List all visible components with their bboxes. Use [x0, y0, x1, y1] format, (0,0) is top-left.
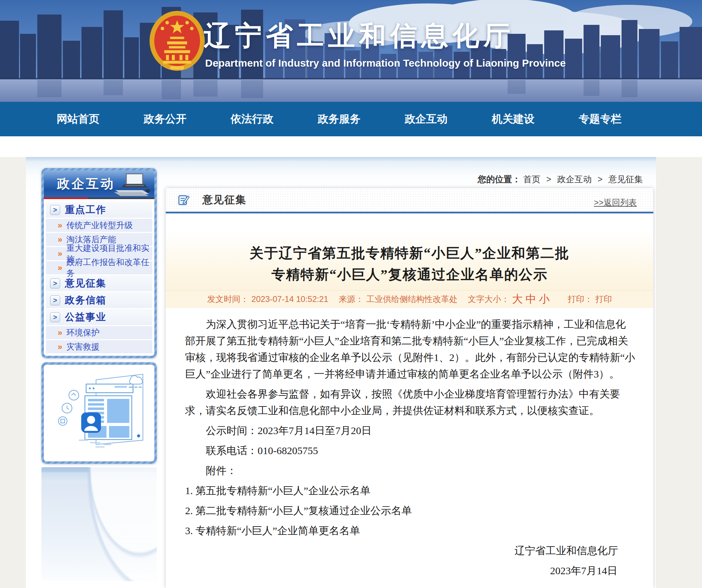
section-header: 意见征集 >>返回列表 [166, 188, 653, 212]
arrow-square-icon: > [50, 295, 60, 305]
site-title: 辽宁省工业和信息化厅 [204, 18, 515, 54]
print-button[interactable]: 打印 [595, 294, 612, 305]
publicity-period-line: 公示时间：2023年7月14日至7月20日 [185, 422, 635, 439]
breadcrumb-gov-enterprise[interactable]: 政企互动 [557, 174, 592, 184]
article-paragraph: 欢迎社会各界参与监督，如有异议，按照《优质中小企业梯度培育管理暂行办法》中有关要… [185, 386, 635, 419]
attachments-label: 附件： [185, 462, 635, 479]
arrow-square-icon: > [50, 205, 60, 215]
publish-time-value: 2023-07-14 10:52:21 [251, 294, 328, 304]
fontsize-label: 文字大小： [468, 294, 509, 305]
article-title-line2: 专精特新“小巨人”复核通过企业名单的公示 [166, 264, 653, 285]
breadcrumb-current[interactable]: 意见征集 [608, 174, 643, 184]
laptop-icon [110, 172, 152, 197]
article-title: 关于辽宁省第五批专精特新“小巨人”企业和第二批 专精特新“小巨人”复核通过企业名… [166, 234, 653, 285]
breadcrumb-home[interactable]: 首页 [523, 174, 540, 184]
signature-date: 2023年7月14日 [185, 562, 635, 579]
sidebar-item-key-work[interactable]: > 重点工作 [46, 202, 152, 218]
publish-time-label: 发文时间： [207, 294, 249, 305]
article-meta-bar: 发文时间： 2023-07-14 10:52:21 来源： 工业供给侧结构性改革… [166, 290, 653, 308]
fontsize-large-button[interactable]: 大 [512, 292, 523, 306]
attachment-link-1[interactable]: 1. 第五批专精特新“小巨人”企业公示名单 [185, 482, 635, 499]
page-body: 您的位置： 首页 > 政企互动 > 意见征集 政企互动 [0, 136, 702, 588]
fontsize-medium-button[interactable]: 中 [526, 292, 536, 306]
nav-item-gov-affairs[interactable]: 政务公开 [122, 112, 209, 126]
sidebar-item-public-welfare[interactable]: > 公益事业 [46, 309, 152, 325]
double-arrow-icon: » [58, 328, 62, 337]
double-arrow-icon: » [58, 263, 62, 273]
fontsize-small-button[interactable]: 小 [539, 292, 550, 306]
arrow-square-icon: > [50, 278, 60, 288]
sidebar-item-disaster-relief[interactable]: » 灾害救援 [46, 340, 152, 353]
arrow-square-icon: > [50, 312, 60, 322]
section-title: 意见征集 [202, 193, 247, 207]
source-label: 来源： [339, 294, 364, 305]
back-to-list-link[interactable]: >>返回列表 [594, 197, 637, 208]
left-margin [0, 157, 26, 588]
article-title-block: 关于辽宁省第五批专精特新“小巨人”企业和第二批 专精特新“小巨人”复核通过企业名… [166, 234, 653, 308]
content-wrapper: 您的位置： 首页 > 政企互动 > 意见征集 政企互动 [26, 157, 656, 588]
article-paragraph: 为深入贯彻习近平总书记关于“培育一批‘专精特新’中小企业”的重要指示精神，工业和… [185, 316, 635, 382]
sidebar: 政企互动 [41, 168, 157, 581]
sidebar-menu-box: 政企互动 [41, 168, 157, 358]
double-arrow-icon: » [58, 235, 62, 244]
nav-item-special-topics[interactable]: 专题专栏 [557, 112, 644, 126]
sidebar-header-underline [44, 197, 154, 199]
signature: 辽宁省工业和信息化厅 [185, 542, 635, 559]
sidebar-item-industry-upgrade[interactable]: » 传统产业转型升级 [46, 219, 152, 232]
national-emblem-logo [148, 10, 206, 73]
attachment-link-3[interactable]: 3. 专精特新“小巨人”企业简单更名名单 [185, 522, 635, 539]
double-arrow-icon: » [58, 220, 62, 230]
sidebar-title: 政企互动 [57, 175, 115, 193]
sidebar-item-environment[interactable]: » 环境保护 [46, 326, 152, 339]
double-arrow-icon: » [58, 249, 62, 258]
article-panel: 意见征集 >>返回列表 关于辽宁省第五批专精特新“小巨人”企业和第二批 专精特新… [166, 188, 653, 588]
nav-item-services[interactable]: 政务服务 [296, 112, 383, 126]
site-subtitle-english: Department of Industry and Information T… [205, 57, 566, 69]
breadcrumb: 您的位置： 首页 > 政企互动 > 意见征集 [478, 174, 643, 185]
nav-item-gov-enterprise[interactable]: 政企互动 [383, 112, 470, 126]
sidebar-illustration [47, 367, 151, 459]
nav-item-law-admin[interactable]: 依法行政 [209, 112, 296, 126]
print-label: 打印： [568, 294, 593, 305]
breadcrumb-prefix: 您的位置： [478, 174, 521, 184]
sidebar-item-gov-mailbox[interactable]: > 政务信箱 [46, 292, 152, 308]
source-value: 工业供给侧结构性改革处 [366, 294, 458, 305]
header-divider [166, 212, 653, 214]
sidebar-header: 政企互动 [44, 170, 154, 197]
site-banner: 辽宁省工业和信息化厅 Department of Industry and In… [0, 0, 702, 102]
main-navigation: 网站首页 政务公开 依法行政 政务服务 政企互动 机关建设 专题专栏 [0, 102, 702, 136]
article-body: 为深入贯彻习近平总书记关于“培育一批‘专精特新’中小企业”的重要指示精神，工业和… [166, 316, 653, 579]
attachment-link-2[interactable]: 2. 第二批专精特新“小巨人”复核通过企业公示名单 [185, 502, 635, 519]
nav-item-agency-building[interactable]: 机关建设 [470, 112, 557, 126]
sidebar-background-panel [41, 467, 157, 581]
right-margin [656, 157, 702, 588]
sidebar-illustration-box [41, 362, 157, 464]
article-title-line1: 关于辽宁省第五批专精特新“小巨人”企业和第二批 [166, 243, 653, 264]
sidebar-item-work-report[interactable]: » 政府工作报告和改革任务 [46, 261, 152, 274]
edit-note-icon [177, 194, 190, 206]
contact-phone-line: 联系电话：010-68205755 [185, 442, 635, 459]
breadcrumb-separator: > [546, 174, 551, 184]
breadcrumb-separator: > [597, 174, 603, 184]
nav-item-home[interactable]: 网站首页 [35, 112, 122, 126]
double-arrow-icon: » [58, 342, 62, 352]
sidebar-menu: > 重点工作 » 传统产业转型升级 » 淘汰落后产能 » [44, 199, 154, 356]
